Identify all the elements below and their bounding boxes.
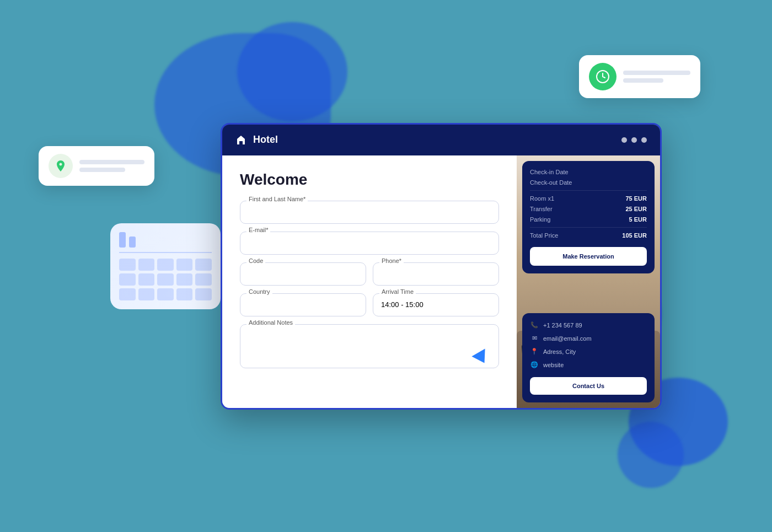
location-text-lines [79,160,144,172]
website-row: 🌐 website [530,361,647,369]
name-field: First and Last Name* [240,201,499,224]
clock-line-1 [623,71,690,75]
country-input[interactable] [240,293,366,316]
email-field: E-mail* [240,232,499,255]
email-row: ✉ email@email.com [530,334,647,343]
room-price: 75 EUR [625,195,647,202]
clock-text-lines [623,71,690,83]
email-address: email@email.com [543,335,592,342]
cal-cell [195,273,212,286]
room-row: Room x1 75 EUR [530,195,647,202]
country-label: Country [246,288,272,295]
notes-field-group: Additional Notes [240,324,499,370]
cal-cell [119,259,136,271]
hotel-panel: Check-in Date Check-out Date Room x1 75 … [517,155,660,408]
dot-1 [621,137,627,143]
browser-dots [621,137,647,143]
website-icon: 🌐 [530,361,539,369]
cal-cell [176,259,193,271]
browser-window: Hotel Welcome First and Last Name* E-mai… [221,123,662,410]
phone-input[interactable] [373,262,499,286]
blob-decoration-2 [237,22,347,121]
cal-cell [119,288,136,300]
parking-label: Parking [530,216,550,223]
cal-cell [138,259,155,271]
checkin-row: Check-in Date [530,169,647,175]
dot-2 [631,137,637,143]
contact-card: 📞 +1 234 567 89 ✉ email@email.com 📍 Adre… [522,313,655,402]
total-price: 105 EUR [622,232,647,239]
checkout-label: Check-out Date [530,179,572,186]
phone-number: +1 234 567 89 [543,322,582,329]
address-icon: 📍 [530,347,539,356]
code-input[interactable] [240,262,366,286]
calendar-widget [110,223,221,309]
notes-label: Additional Notes [246,319,295,326]
address-row: 📍 Adress, City [530,347,647,356]
info-divider-1 [530,190,647,191]
info-divider-2 [530,227,647,228]
cal-cell [195,288,212,300]
total-row: Total Price 105 EUR [530,232,647,239]
parking-price: 5 EUR [629,216,647,223]
phone-row: 📞 +1 234 567 89 [530,321,647,330]
reservation-card: Check-in Date Check-out Date Room x1 75 … [522,161,655,273]
cal-cell [176,273,193,286]
welcome-heading: Welcome [240,171,499,189]
checkout-row: Check-out Date [530,179,647,186]
dot-3 [641,137,647,143]
location-line-1 [79,160,144,164]
total-label: Total Price [530,232,558,239]
address-text: Adress, City [543,348,576,355]
room-label: Room x1 [530,195,554,202]
browser-title: Hotel [253,134,278,146]
country-field: Country [240,293,366,316]
browser-body: Welcome First and Last Name* E-mail* Cod… [222,155,660,408]
cal-bar-2 [129,237,136,248]
browser-header: Hotel [222,125,660,155]
parking-row: Parking 5 EUR [530,216,647,223]
transfer-price: 25 EUR [625,206,647,212]
website-text: website [543,362,564,368]
transfer-row: Transfer 25 EUR [530,206,647,212]
blob-decoration-4 [618,422,684,488]
clock-widget [579,55,700,98]
arrival-field: Arrival Time [373,293,499,316]
location-icon [49,154,73,178]
email-field-group: E-mail* [240,232,499,255]
code-field: Code [240,262,366,286]
calendar-top [119,232,212,253]
name-input[interactable] [240,201,499,224]
code-label: Code [246,257,265,264]
cal-cell [138,288,155,300]
phone-icon: 📞 [530,321,539,330]
arrival-label: Arrival Time [379,288,416,295]
arrival-input[interactable] [373,293,499,316]
browser-logo [235,135,246,146]
transfer-label: Transfer [530,206,553,212]
calendar-grid [119,259,212,300]
cal-cell [119,273,136,286]
contact-us-button[interactable]: Contact Us [530,377,647,395]
cal-cell [138,273,155,286]
phone-field: Phone* [373,262,499,286]
notes-field: Additional Notes [240,324,499,370]
cal-cell [157,288,174,300]
clock-icon [589,63,616,90]
cal-cell [157,273,174,286]
location-line-2 [79,168,125,172]
cal-cell [176,288,193,300]
clock-line-2 [623,78,663,83]
code-phone-row: Code Phone* [240,262,499,286]
location-widget [39,146,154,186]
cal-bar-1 [119,232,126,248]
make-reservation-button[interactable]: Make Reservation [530,247,647,266]
checkin-label: Check-in Date [530,169,569,175]
phone-label: Phone* [379,257,404,264]
email-input[interactable] [240,232,499,255]
form-panel: Welcome First and Last Name* E-mail* Cod… [222,155,517,408]
cal-cell [195,259,212,271]
cal-cell [157,259,174,271]
email-icon: ✉ [530,334,539,343]
notes-textarea[interactable] [240,324,499,368]
